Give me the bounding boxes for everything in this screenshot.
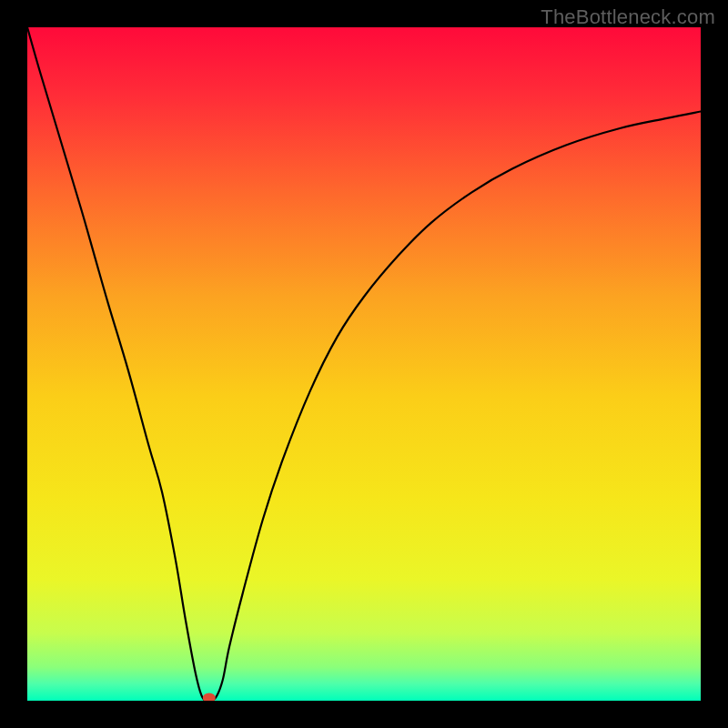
watermark-text: TheBottleneck.com — [541, 5, 715, 29]
plot-area — [27, 27, 701, 701]
chart-frame: TheBottleneck.com — [0, 0, 728, 728]
bottleneck-chart-svg — [27, 27, 701, 701]
gradient-background — [27, 27, 701, 701]
